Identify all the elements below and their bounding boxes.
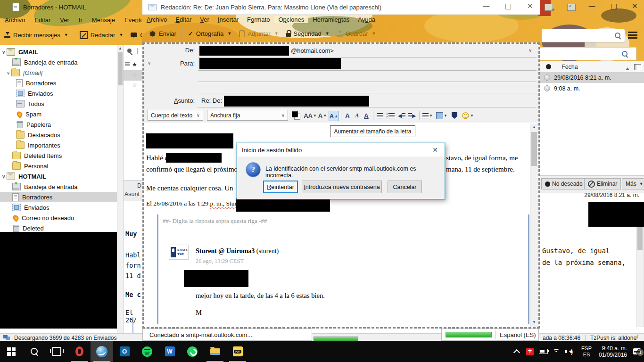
outdent-icon[interactable]: ◀ <box>397 111 406 120</box>
tray-clock[interactable]: 9:40 a. m.01/09/2016 <box>596 341 630 362</box>
cancel-button[interactable]: Cancelar <box>388 181 422 193</box>
dropdown-arrow-icon[interactable]: ▼ <box>227 31 231 36</box>
junk-status-icon[interactable] <box>544 85 550 91</box>
quick-filter-input[interactable] <box>540 47 636 60</box>
chevron-down-icon[interactable]: ∨ <box>528 48 532 53</box>
sidebar-account-hotmail[interactable]: ∨ HOTMAIL <box>0 171 117 181</box>
menu-ayuda[interactable]: Ayuda <box>354 16 380 23</box>
menu-formato[interactable]: Formato <box>243 16 274 23</box>
junk-button[interactable]: No deseado <box>541 178 586 189</box>
from-value-suffix[interactable]: @hotmail.com> <box>291 47 334 54</box>
folder-pane-scrollbar[interactable]: ▲ <box>117 45 124 333</box>
save-button[interactable]: Guardar▼ <box>333 30 380 37</box>
global-search-input[interactable] <box>541 29 625 42</box>
taskbar-opera[interactable] <box>68 341 91 362</box>
collapse-icon[interactable]: ∨ <box>2 49 7 55</box>
dropdown-arrow-icon[interactable]: ▼ <box>119 33 123 37</box>
more-button[interactable]: Más ▼ <box>622 178 644 189</box>
message-row[interactable]: 9:08 a. m. <box>540 83 644 94</box>
taskbar-word[interactable]: W <box>158 341 181 362</box>
security-button[interactable]: Seguridad▼ <box>282 30 333 37</box>
sidebar-folder-enviados-hotmail[interactable]: Enviados <box>0 202 117 213</box>
date-column-header[interactable]: Fecha <box>540 61 644 73</box>
menu-eventos[interactable]: Eventos y tareas <box>120 16 142 24</box>
dialog-close-button[interactable]: ✕ <box>426 143 445 156</box>
compose-maximize-button[interactable]: □ <box>505 2 512 10</box>
compose-button[interactable]: Redactar▼ <box>76 31 127 39</box>
app-menu-icon[interactable] <box>628 32 637 39</box>
font-size-icon[interactable]: AA▼ <box>304 111 316 120</box>
message-row-selected[interactable]: 29/08/2016 8:21 a. m. <box>540 72 644 83</box>
pin-icon[interactable] <box>127 49 132 53</box>
taskbar-pdf[interactable]: PDF <box>226 341 249 362</box>
scroll-up-icon[interactable]: ▲ <box>532 125 536 129</box>
decrease-font-icon[interactable]: A▼ <box>318 111 327 120</box>
bullet-list-icon[interactable] <box>376 111 384 120</box>
dropdown-arrow-icon[interactable]: ▼ <box>64 33 68 37</box>
compose-minimize-button[interactable]: — <box>483 2 490 10</box>
menu-editar[interactable]: Editar <box>30 16 55 24</box>
tray-wifi[interactable] <box>550 341 563 362</box>
sidebar-folder-inbox-gmail[interactable]: Bandeja de entrada <box>0 57 117 67</box>
sidebar-folder-personal[interactable]: Personal <box>0 161 117 171</box>
taskbar-outlook[interactable]: O <box>113 341 136 362</box>
menu-mensaje[interactable]: Mensaje <box>87 16 120 24</box>
sidebar-folder-borradores-gmail[interactable]: Borradores <box>0 78 117 88</box>
taskbar-spotify[interactable] <box>136 341 158 362</box>
menu-ver[interactable]: Ver <box>55 16 74 24</box>
tray-avira[interactable]: ☂ <box>523 341 537 362</box>
thread-row[interactable]: ☆ <box>124 81 142 91</box>
action-center-button[interactable]: 1 <box>630 341 644 362</box>
cell-color-icon[interactable]: ▼ <box>436 111 447 120</box>
start-button[interactable] <box>0 341 23 362</box>
scroll-up-icon[interactable]: ▲ <box>118 46 122 50</box>
collapse-icon[interactable]: ∨ <box>2 174 7 179</box>
sidebar-folder-importantes[interactable]: Importantes <box>0 140 117 150</box>
compose-close-button[interactable]: ✕ <box>527 2 533 10</box>
tray-battery[interactable] <box>537 341 550 362</box>
sidebar-folder-gmail-root[interactable]: ∨ [Gmail] <box>0 67 117 78</box>
scrollbar-thumb[interactable] <box>531 132 537 166</box>
sidebar-folder-borradores-hotmail[interactable]: Borradores <box>0 192 117 202</box>
increase-font-icon[interactable]: A▲ <box>329 111 339 121</box>
tray-language[interactable]: ESPES <box>577 341 596 362</box>
menu-ir[interactable]: Ir <box>74 16 87 24</box>
thread-row-selected[interactable]: ☆ <box>124 70 142 81</box>
taskbar-search-button[interactable] <box>23 341 45 362</box>
menu-herramientas[interactable]: Herramientas <box>308 16 354 23</box>
sidebar-folder-spam[interactable]: Spam <box>0 109 117 119</box>
star-column-icon[interactable]: ★ <box>132 61 137 68</box>
main-maximize-button[interactable]: □ <box>611 2 617 10</box>
compose-scrollbar[interactable]: ▲ ▼ <box>530 123 538 327</box>
junk-column-icon[interactable] <box>546 64 551 69</box>
menu-archivo[interactable]: Archivo <box>0 16 30 24</box>
menu-editar[interactable]: Editar <box>171 16 196 23</box>
junk-status-icon[interactable] <box>544 74 550 81</box>
indent-icon[interactable]: ▶ <box>408 111 416 120</box>
sidebar-folder-destacados[interactable]: Destacados <box>0 130 117 140</box>
taskbar-explorer[interactable] <box>204 341 226 362</box>
tasks-icon[interactable]: ✓ <box>567 4 576 11</box>
star-icon[interactable]: ☆ <box>132 82 137 89</box>
menu-archivo[interactable]: Archivo <box>142 16 171 23</box>
font-select[interactable]: Anchura fija∨ <box>207 110 288 121</box>
column-picker-icon[interactable] <box>634 64 641 70</box>
new-password-button[interactable]: Introduzca nueva contraseña <box>302 181 382 193</box>
delete-button[interactable]: Eliminar <box>584 178 621 189</box>
sidebar-folder-inbox-hotmail[interactable]: Bandeja de entrada <box>0 181 117 192</box>
paragraph-format-select[interactable]: Cuerpo del texto∨ <box>148 110 203 121</box>
smiley-icon[interactable]: ☺▼ <box>462 111 474 120</box>
main-close-button[interactable]: ✕ <box>632 2 638 10</box>
alignment-icon[interactable]: ▼ <box>422 111 433 120</box>
sidebar-folder-todos[interactable]: Todos <box>0 99 117 109</box>
tray-expand-button[interactable] <box>510 341 523 362</box>
sidebar-folder-papelera[interactable]: Papelera <box>0 119 117 130</box>
sidebar-account-gmail[interactable]: ∨ GMAIL <box>0 47 117 57</box>
dropdown-arrow-icon[interactable]: ▼ <box>325 31 330 36</box>
main-minimize-button[interactable]: — <box>588 2 595 10</box>
menu-insertar[interactable]: Insertar <box>214 16 243 23</box>
bold-icon[interactable]: A <box>344 111 351 120</box>
retry-button[interactable]: Reintentar <box>263 181 298 193</box>
task-view-button[interactable] <box>45 341 68 362</box>
spelling-button[interactable]: ✓ Ortografía▼ <box>184 30 235 37</box>
